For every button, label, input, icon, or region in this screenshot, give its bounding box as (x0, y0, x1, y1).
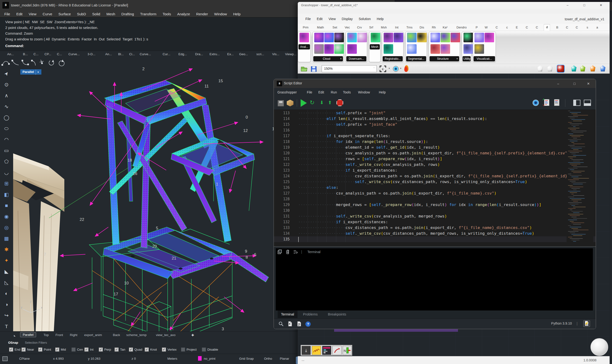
boolean-diff-icon[interactable]: ◑ (3, 301, 10, 308)
gh-tab-crv[interactable]: Crv (357, 26, 362, 29)
rhino-toolbar-tab[interactable]: Extru... (210, 52, 220, 56)
circle-icon[interactable]: ◯ (3, 114, 10, 121)
package-icon[interactable] (287, 100, 293, 106)
group-expand-arrow[interactable]: ▼ (340, 56, 342, 61)
terminal-tab-terminal[interactable]: Terminal (278, 311, 297, 318)
gh-tab-trns[interactable]: Trns (406, 26, 412, 29)
rhino-menu-edit[interactable]: Edit (16, 12, 23, 16)
gh-component-icon[interactable] (407, 44, 417, 54)
push-icon[interactable]: ⬆ (328, 100, 332, 105)
point-icon[interactable]: ⊙ (3, 81, 10, 89)
gh-component-icon[interactable] (334, 33, 344, 42)
rhino-menu-view[interactable]: View (29, 12, 36, 16)
gh-tab-e[interactable]: E (516, 26, 518, 29)
rhino-toolbar-tab[interactable]: C... (33, 52, 39, 56)
scribble-icon[interactable] (312, 346, 321, 355)
tab-selection-filters[interactable]: Selection Filters (25, 341, 47, 344)
checkbox-mid[interactable]: ✓ (55, 348, 59, 351)
gh-component-icon[interactable] (357, 33, 367, 42)
ed-maximize-button[interactable]: □ (569, 80, 580, 87)
status-cplane[interactable]: CPlane (19, 357, 30, 360)
rhino-toolbar-tab[interactable]: Bl... (118, 52, 124, 56)
file-settings-icon[interactable] (296, 321, 302, 327)
gh-component-icon[interactable] (475, 44, 484, 54)
gh-tab-set[interactable]: Set (333, 26, 337, 29)
doc-icon[interactable] (554, 99, 559, 106)
panel-component-icon[interactable] (322, 346, 331, 355)
gh-component-icon[interactable] (485, 33, 494, 42)
pointer-icon[interactable]: ➤ (1, 68, 12, 79)
ed-menu-file[interactable]: File (307, 90, 312, 94)
gh-menu-file[interactable]: File (306, 17, 311, 21)
doc-diff-icon[interactable] (544, 99, 549, 106)
freeform-icon[interactable]: ◡ (3, 169, 10, 176)
gh-group-label[interactable]: Segmentat... (406, 56, 426, 61)
arc-icon[interactable]: ◠ (3, 136, 10, 143)
layer-color-swatch[interactable] (198, 356, 202, 361)
gh-tab-msh[interactable]: Msh (381, 26, 387, 29)
gh-menu-edit[interactable]: Edit (317, 17, 323, 21)
zoom-level-dropdown[interactable]: 150%ˇ (322, 65, 377, 72)
gh-tab-math[interactable]: Math (317, 26, 324, 29)
rhino-toolbar-tab[interactable]: Vis... (272, 52, 279, 56)
preview-toggle-icon[interactable] (532, 100, 539, 106)
gh-component-icon[interactable] (384, 33, 393, 42)
torus-icon[interactable]: ◎ (3, 224, 10, 231)
rhino-menu-mesh[interactable]: Mesh (106, 12, 115, 16)
gh-component-icon[interactable] (334, 44, 344, 54)
minimap[interactable] (567, 110, 593, 247)
gh-component-icon[interactable] (440, 33, 450, 42)
rhino-toolbar-tab[interactable]: Dra... (195, 52, 203, 56)
polygon-icon[interactable]: ⬠ (3, 158, 10, 165)
osnap-project[interactable]: Project (181, 348, 197, 351)
osnap-mid[interactable]: ✓Mid (55, 348, 66, 351)
layout-bottom-icon[interactable] (584, 100, 591, 106)
display-gem-icon[interactable] (579, 65, 586, 72)
gh-group-label[interactable]: Anal... (298, 44, 310, 50)
rhino-toolbar-tab[interactable]: An... (105, 52, 112, 56)
rhino-menu-surface[interactable]: Surface (58, 12, 71, 16)
gh-close-button[interactable]: ✕ (596, 2, 607, 9)
checkbox-point[interactable]: ✓ (38, 348, 42, 351)
gh-menu-display[interactable]: Display (342, 17, 353, 21)
gh-menu-view[interactable]: View (329, 17, 336, 21)
gh-component-icon[interactable] (324, 33, 334, 42)
rhino-menu-transform[interactable]: Transform (140, 12, 156, 16)
search-icon[interactable] (278, 321, 284, 327)
sphere-icon[interactable]: ◉ (3, 213, 10, 220)
osnap-end[interactable]: ✓End (9, 348, 20, 351)
gh-tab-c[interactable]: C (536, 26, 538, 29)
gh-menu-solution[interactable]: Solution (359, 17, 371, 21)
pull-icon[interactable]: ⬇ (320, 100, 324, 105)
open-icon[interactable] (300, 65, 320, 73)
ellipse-icon[interactable]: ⬭ (3, 125, 10, 132)
gh-status-more[interactable]: ... (302, 358, 305, 362)
osnap-point[interactable]: ✓Point (38, 348, 51, 351)
gh-tab-a[interactable]: a (596, 26, 598, 29)
gh-tab-rh[interactable]: Rh (432, 26, 436, 29)
gh-component-icon[interactable] (371, 33, 380, 42)
gh-component-icon[interactable] (384, 44, 393, 54)
gh-tab-ka[interactable]: Ka² (443, 26, 447, 29)
gh-group-label[interactable]: Registratio... (383, 56, 403, 61)
viewport-mode-dropdown[interactable]: Parallel▼ (20, 69, 41, 75)
paint-icon[interactable] (404, 65, 410, 72)
gh-component-icon[interactable] (314, 33, 324, 42)
display-gem-icon[interactable] (570, 65, 577, 72)
ed-close-button[interactable]: ✕ (583, 80, 594, 87)
gh-group-label[interactable]: Utility (463, 56, 471, 61)
rhino-toolbar-tab[interactable]: B... (23, 52, 28, 56)
osnap-int[interactable]: ✓Int (84, 348, 93, 351)
rhino-toolbar-tab[interactable]: CP... (44, 52, 51, 56)
checkbox-perp[interactable]: ✓ (99, 348, 103, 351)
rhino-toolbar-tab[interactable]: Edg... (178, 52, 187, 56)
status-planar[interactable]: Planar (280, 357, 289, 360)
gh-component-icon[interactable] (440, 44, 450, 54)
status-grid-snap[interactable]: Grid Snap (239, 357, 254, 360)
rhino-menu-subd[interactable]: SubD (77, 12, 86, 16)
display-gem-icon[interactable] (557, 65, 564, 72)
osnap-knot[interactable]: ✓Knot (145, 348, 157, 351)
rectangle-icon[interactable]: ▭ (3, 147, 10, 154)
tab-osnap[interactable]: OSnap (8, 341, 18, 344)
rhino-toolbar-tab[interactable]: Curve... (140, 52, 151, 56)
